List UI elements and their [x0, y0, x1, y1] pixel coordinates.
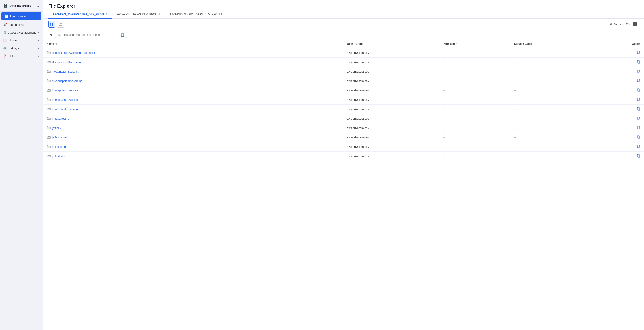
- cell-user-group: aws-privacera-dev: [344, 48, 439, 58]
- sidebar-section-usage-label: Usage: [8, 39, 17, 42]
- usage-chevron: ▼: [37, 39, 40, 42]
- copy-icon[interactable]: [637, 135, 640, 139]
- cell-permission: --: [439, 142, 510, 151]
- svg-rect-18: [637, 70, 639, 72]
- svg-rect-3: [52, 24, 53, 26]
- name-sort-icon[interactable]: ⇅: [56, 43, 57, 45]
- file-name-link[interactable]: infra.qa.test.1.east.us: [52, 89, 78, 92]
- copy-icon[interactable]: [637, 154, 640, 158]
- folder-icon: [46, 154, 50, 158]
- cell-name: jeff-udemy: [43, 151, 344, 161]
- svg-rect-28: [637, 117, 639, 119]
- sidebar-section-access-management[interactable]: 🛡️ Access Management ▼: [0, 29, 43, 37]
- svg-rect-24: [637, 98, 639, 100]
- table-row: files.privacera.support aws-privacera-de…: [43, 67, 644, 76]
- cell-storage-class: --: [510, 123, 593, 133]
- svg-rect-32: [637, 136, 639, 138]
- refresh-button[interactable]: ↻: [48, 32, 53, 38]
- cell-action: [593, 95, 644, 105]
- svg-rect-16: [637, 60, 639, 63]
- folder-icon: [46, 145, 50, 149]
- search-info-icon[interactable]: ℹ️: [120, 33, 124, 37]
- tab-privacera-dev-profile[interactable]: AWS-AWS_S3-PRIVACERA_DEV_PROFILE: [48, 11, 112, 19]
- file-name-link[interactable]: jeff-blue: [52, 126, 62, 130]
- page-title: File Explorer: [43, 0, 644, 11]
- svg-rect-7: [634, 24, 634, 25]
- svg-rect-9: [636, 24, 637, 25]
- copy-icon[interactable]: [637, 126, 640, 130]
- file-name-link[interactable]: jeff-comcast: [52, 136, 67, 139]
- cell-user-group: aws-privacera-dev: [344, 86, 439, 95]
- table-row: files.support.privacera.us aws-privacera…: [43, 76, 644, 86]
- grid-toggle-button[interactable]: [632, 21, 639, 28]
- cell-user-group: aws-privacera-dev: [344, 105, 439, 114]
- tabs-bar: AWS-AWS_S3-PRIVACERA_DEV_PROFILE AWS-AWS…: [43, 11, 644, 19]
- sidebar-section-access-management-label: Access Management: [8, 31, 36, 34]
- svg-rect-8: [635, 24, 636, 25]
- table-container: Name ⇅ User : Group Permission Storage C…: [43, 40, 644, 330]
- cell-action: [593, 133, 644, 142]
- file-name-link[interactable]: discovery-realtime-scan: [52, 61, 81, 64]
- sidebar-header[interactable]: 🗄️ Data Inventory ▲: [0, 0, 43, 12]
- sidebar-section-usage[interactable]: 📊 Usage ▼: [0, 37, 43, 44]
- folder-icon: [46, 88, 50, 92]
- file-view-button[interactable]: [48, 21, 55, 28]
- cell-action: [593, 105, 644, 114]
- file-name-link[interactable]: files.privacera.support: [52, 70, 78, 73]
- sidebar-section-settings[interactable]: ⚙️ Settings ▼: [0, 44, 43, 52]
- search-input[interactable]: [62, 33, 119, 37]
- svg-rect-5: [635, 22, 636, 24]
- cell-permission: --: [439, 76, 510, 86]
- cell-storage-class: --: [510, 151, 593, 161]
- file-name-link[interactable]: infraqa-test-ca-central: [52, 108, 78, 111]
- table-row: infraqa-test-ca-central aws-privacera-de…: [43, 105, 644, 114]
- file-name-link[interactable]: infra.qa.test.1.west.eu: [52, 98, 78, 101]
- cell-name: files.support.privacera.us: [43, 76, 344, 86]
- sidebar-section-settings-label: Settings: [8, 47, 19, 50]
- sidebar-item-file-explorer-label: File Explorer: [10, 15, 26, 18]
- tab-dev-profile[interactable]: AWS-AWS_S3-AWS_DEV_PROFILE: [112, 11, 165, 19]
- svg-rect-2: [50, 24, 52, 26]
- cell-user-group: aws-privacera-dev: [344, 58, 439, 67]
- copy-icon[interactable]: [637, 107, 640, 111]
- file-name-link[interactable]: jeff-glue-emr: [52, 145, 67, 148]
- copy-icon[interactable]: [637, 88, 640, 92]
- sidebar-item-launch-pad[interactable]: 🚀 Launch Pad: [0, 21, 43, 29]
- toolbar-left: [48, 21, 64, 28]
- folder-view-button[interactable]: [57, 21, 64, 28]
- cell-storage-class: --: [510, 95, 593, 105]
- tab-saas-dev-profile[interactable]: AWS-AWS_S3-AWS_SAAS_DEV_PROFILE: [165, 11, 228, 19]
- folder-icon: [46, 135, 50, 139]
- cell-name: files.privacera.support: [43, 67, 344, 76]
- table-row: infraqa-test-re aws-privacera-dev -- --: [43, 114, 644, 123]
- cell-action: [593, 76, 644, 86]
- sidebar-item-file-explorer[interactable]: 📄 File Explorer: [1, 12, 41, 20]
- col-action: Action: [593, 40, 644, 48]
- folder-icon: [46, 98, 50, 102]
- copy-icon[interactable]: [637, 60, 640, 64]
- sidebar-collapse-chevron: ▲: [37, 4, 40, 8]
- copy-icon[interactable]: [637, 98, 640, 102]
- file-name-link[interactable]: infraqa-test-re: [52, 117, 69, 120]
- copy-icon[interactable]: [637, 51, 640, 55]
- cell-action: [593, 114, 644, 123]
- cell-user-group: aws-privacera-dev: [344, 123, 439, 133]
- cell-permission: --: [439, 86, 510, 95]
- file-name-link[interactable]: jeff-udemy: [52, 155, 65, 158]
- copy-icon[interactable]: [637, 116, 640, 121]
- copy-icon[interactable]: [637, 79, 640, 83]
- file-name-link[interactable]: files.support.privacera.us: [52, 79, 82, 83]
- svg-rect-20: [637, 79, 639, 82]
- table-row: jeff-comcast aws-privacera-dev -- --: [43, 133, 644, 142]
- cell-name: jeff-comcast: [43, 133, 344, 142]
- copy-icon[interactable]: [637, 69, 640, 74]
- usage-icon: 📊: [3, 39, 7, 42]
- file-name-link[interactable]: cf-templates-j7wjdlvwzrqn-us-east-1: [52, 51, 95, 54]
- sidebar-section-help[interactable]: ❓ Help ▼: [0, 52, 43, 60]
- sidebar: 🗄️ Data Inventory ▲ 📄 File Explorer 🚀 La…: [0, 0, 43, 330]
- file-explorer-icon: 📄: [4, 14, 8, 18]
- cell-user-group: aws-privacera-dev: [344, 114, 439, 123]
- copy-icon[interactable]: [637, 145, 640, 149]
- sidebar-item-launch-pad-label: Launch Pad: [9, 23, 24, 27]
- folder-icon: [46, 70, 50, 74]
